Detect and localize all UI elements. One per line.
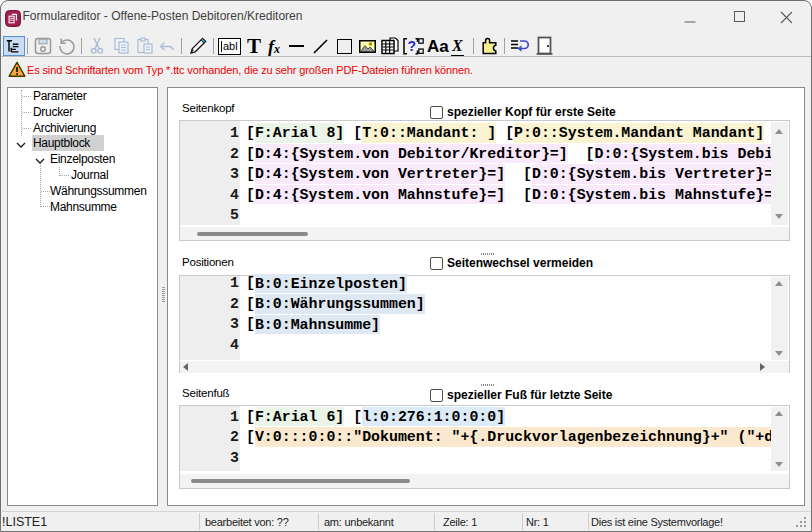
svg-text:?: ?	[408, 38, 417, 54]
